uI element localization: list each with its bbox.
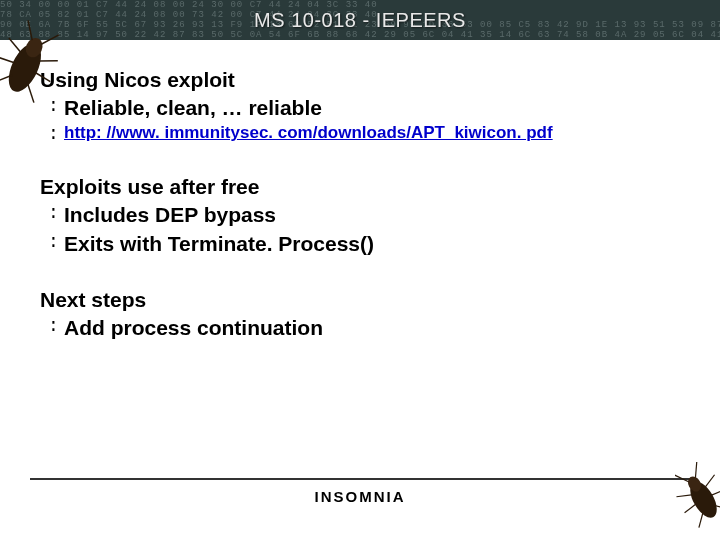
slide-content: Using Nicos exploitReliable, clean, … re… bbox=[0, 40, 720, 342]
svg-line-16 bbox=[684, 504, 698, 513]
bullet-item: Add process continuation bbox=[40, 314, 680, 342]
cockroach-icon bbox=[0, 18, 62, 108]
section: Using Nicos exploitReliable, clean, … re… bbox=[40, 68, 680, 145]
section: Exploits use after freeIncludes DEP bypa… bbox=[40, 175, 680, 258]
footer-divider bbox=[30, 478, 690, 480]
svg-line-7 bbox=[33, 72, 51, 82]
svg-line-5 bbox=[39, 54, 58, 68]
bullet-link: http: //www. immunitysec. com/downloads/… bbox=[40, 122, 680, 145]
slide-title: MS 10-018 - IEPEERS bbox=[254, 9, 466, 32]
section-heading: Exploits use after free bbox=[40, 175, 680, 199]
section-heading: Using Nicos exploit bbox=[40, 68, 680, 92]
svg-line-12 bbox=[675, 470, 689, 486]
bullet-item: Reliable, clean, … reliable bbox=[40, 94, 680, 122]
svg-line-13 bbox=[689, 462, 703, 478]
section-heading: Next steps bbox=[40, 288, 680, 312]
svg-line-3 bbox=[41, 30, 59, 50]
svg-line-2 bbox=[21, 20, 39, 40]
footer-brand: INSOMNIA bbox=[0, 488, 720, 505]
svg-line-15 bbox=[702, 475, 717, 487]
bullet-item: Exits with Terminate. Process() bbox=[40, 230, 680, 258]
reference-link[interactable]: http: //www. immunitysec. com/downloads/… bbox=[64, 123, 553, 142]
svg-line-14 bbox=[676, 490, 691, 502]
bullet-item: Includes DEP bypass bbox=[40, 201, 680, 229]
slide-header: 50 34 00 00 01 C7 44 24 08 00 24 30 00 C… bbox=[0, 0, 720, 40]
section: Next stepsAdd process continuation bbox=[40, 288, 680, 342]
cockroach-icon bbox=[675, 462, 720, 532]
slide-footer: INSOMNIA bbox=[0, 478, 720, 505]
